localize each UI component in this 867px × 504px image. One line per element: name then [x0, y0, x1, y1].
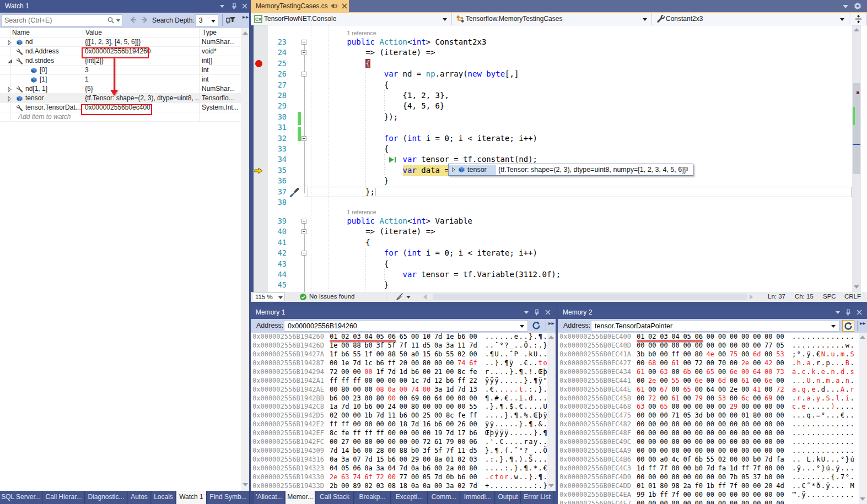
watch-row[interactable]: nd {[[1, 2, 3], [4, 5, 6]]} NumShar... [0, 37, 241, 47]
memory-vertical-scrollbar[interactable] [547, 333, 556, 491]
tool-tab-output[interactable]: Output [496, 491, 521, 504]
issues-label[interactable]: No issues found [309, 293, 354, 300]
datatip-popup[interactable]: tensor {tf.Tensor: shape=(2, 3), dtype=u… [448, 164, 693, 176]
pin-icon[interactable] [533, 308, 541, 316]
watch-vertical-scrollbar[interactable] [241, 28, 249, 491]
editor-options-gear-icon[interactable] [854, 2, 861, 10]
tool-tab-call-stack[interactable]: Call Stack [316, 491, 354, 504]
window-position-caret-icon[interactable] [834, 308, 842, 316]
tool-tab-autos[interactable]: Autos [128, 491, 151, 504]
tool-tab-sql-server-[interactable]: SQL Server... [0, 491, 42, 504]
watch-row[interactable]: [1] 1 int [0, 75, 241, 84]
fold-toggle[interactable] [301, 251, 306, 256]
scroll-up-icon[interactable] [860, 335, 865, 339]
col-type[interactable]: Type [202, 29, 217, 36]
watch-value[interactable]: {5} [85, 85, 198, 93]
scroll-down-icon[interactable] [854, 285, 859, 289]
watch-value[interactable]: {tf.Tensor: shape=(2, 3), dtype=uint8, .… [85, 94, 198, 102]
filter-icon[interactable] [225, 15, 236, 25]
scroll-up-icon[interactable] [854, 28, 859, 31]
window-position-caret-icon[interactable] [523, 308, 530, 316]
refresh-button[interactable] [842, 320, 854, 332]
fold-toggle[interactable] [301, 136, 306, 141]
scroll-up-icon[interactable] [548, 335, 554, 339]
codelens-references[interactable]: 1 reference [347, 209, 376, 215]
toolbar-overflow-icon[interactable]: ▸▸ [548, 320, 554, 326]
search-depth-select[interactable]: 3 [195, 14, 218, 26]
search-options-caret-icon[interactable] [116, 19, 121, 23]
tool-tab-breakp-[interactable]: Breakp... [354, 491, 391, 504]
tool-tab-locals[interactable]: Locals [152, 491, 176, 504]
split-editor-button[interactable] [850, 13, 867, 25]
memory-hex-view[interactable]: 0x000002556B1942600102030405066500107d1e… [251, 333, 556, 491]
tool-tab--allocat-[interactable]: 'Allocat... [254, 491, 285, 504]
memory-hex-view[interactable]: 0x000002556B0EC4000102030405060000000000… [558, 333, 867, 504]
close-icon[interactable] [855, 308, 863, 316]
watch-value[interactable]: 3 [85, 66, 198, 74]
tool-tab-find-symb-[interactable]: Find Symb... [207, 491, 250, 504]
address-input[interactable]: tensor.TensorDataPointer [591, 320, 839, 332]
fold-toggle[interactable] [301, 229, 306, 234]
codelens-references[interactable]: 1 reference [347, 30, 376, 36]
fold-toggle[interactable] [301, 40, 306, 45]
address-caret-icon[interactable] [520, 325, 524, 328]
search-icon[interactable] [106, 16, 115, 25]
pin-icon[interactable] [230, 2, 238, 10]
tool-tab-watch-1[interactable]: Watch 1 [176, 491, 207, 504]
scroll-down-icon[interactable] [548, 484, 554, 487]
watch-title-bar[interactable]: Watch 1 [0, 0, 249, 13]
scroll-down-icon[interactable] [860, 497, 865, 501]
tab-close-icon[interactable] [341, 2, 348, 10]
tool-tab-call-hierar-[interactable]: Call Hierar... [43, 491, 85, 504]
tool-tab-diagnostic-[interactable]: Diagnostic... [85, 491, 127, 504]
cleanup-caret-icon[interactable] [406, 296, 411, 299]
tab-list-caret-icon[interactable] [842, 4, 849, 9]
search-input[interactable]: Search (Ctrl+E) [1, 14, 122, 26]
hscrollbar-thumb[interactable] [433, 294, 747, 300]
address-input[interactable]: 0x000002556B194260 [284, 320, 528, 332]
fold-toggle[interactable] [301, 50, 306, 55]
tool-tab-comm-[interactable]: Comm... [428, 491, 460, 504]
address-caret-icon[interactable] [831, 325, 836, 328]
code-cleanup-broom-icon[interactable] [395, 293, 403, 301]
hscroll-left-icon[interactable] [423, 294, 427, 300]
memory-title-bar[interactable]: Memory 2 [558, 306, 867, 319]
datatip-value[interactable]: {tf.Tensor: shape=(2, 3), dtype=uint8, n… [498, 166, 686, 174]
refresh-button[interactable] [531, 320, 543, 332]
breakpoint-glyph[interactable] [255, 60, 262, 67]
tool-tab-excepti-[interactable]: Excepti... [391, 491, 428, 504]
col-name[interactable]: Name [12, 29, 30, 36]
toolbar-overflow-icon[interactable]: ▸▸ [243, 14, 249, 20]
watch-row[interactable]: [0] 3 int [0, 66, 241, 75]
scroll-down-icon[interactable] [243, 483, 248, 486]
zoom-select[interactable]: 115 % [252, 292, 285, 301]
watch-value[interactable]: 1 [85, 75, 198, 83]
tool-tab-memor-[interactable]: Memor... [286, 491, 315, 504]
close-icon[interactable] [241, 2, 249, 10]
datatip-expander-icon[interactable] [451, 167, 456, 172]
pin-icon[interactable] [844, 308, 852, 316]
watch-value[interactable]: {[[1, 2, 3], [4, 5, 6]]} [85, 38, 198, 46]
scrollbar-thumb[interactable] [853, 83, 860, 174]
datatip-pin-icon[interactable] [682, 167, 690, 174]
watch-row[interactable]: tensor {tf.Tensor: shape=(2, 3), dtype=u… [0, 94, 241, 103]
tool-tab-error-list[interactable]: Error List [521, 491, 553, 504]
search-back-icon[interactable] [128, 15, 138, 25]
memory-vertical-scrollbar[interactable] [859, 333, 867, 504]
hscroll-right-icon[interactable] [750, 294, 753, 300]
search-forward-icon[interactable] [140, 15, 150, 25]
tab-pin-icon[interactable] [330, 2, 338, 10]
fold-toggle[interactable] [301, 72, 306, 77]
watch-row[interactable]: nd[1, 1] {5} NumShar... [0, 84, 241, 94]
tool-tab-immedi-[interactable]: Immedi... [461, 491, 495, 504]
nav-member-dropdown[interactable]: Constant2x3 [653, 13, 849, 25]
scroll-up-icon[interactable] [243, 31, 248, 35]
toolbar-overflow-icon[interactable]: ▸▸ [860, 320, 866, 326]
health-check-icon[interactable] [299, 293, 307, 301]
fold-toggle[interactable] [301, 219, 306, 224]
document-tab[interactable]: MemoryTestingCases.cs [251, 0, 349, 12]
editor-vertical-scrollbar[interactable] [852, 25, 861, 292]
window-position-caret-icon[interactable] [218, 2, 226, 10]
nav-project-dropdown[interactable]: C# TensorFlowNET.Console [251, 13, 452, 25]
col-value[interactable]: Value [85, 29, 102, 36]
